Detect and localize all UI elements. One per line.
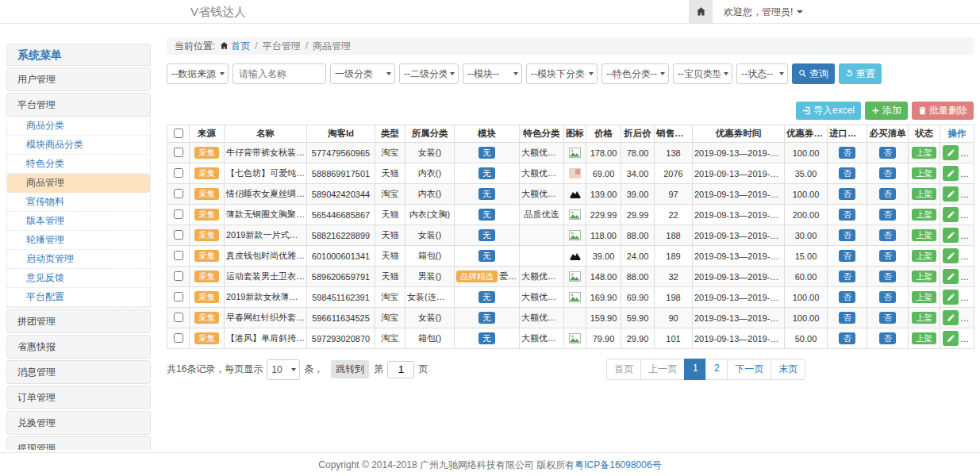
edit-button[interactable] (943, 166, 959, 181)
row-checkbox[interactable] (174, 313, 183, 322)
import-select-badge[interactable]: 否 (839, 250, 855, 263)
sidebar-item-商品管理[interactable]: 商品管理 (7, 174, 150, 193)
status-badge[interactable]: 上架 (912, 147, 936, 159)
sidebar-group-订单管理[interactable]: 订单管理 (6, 386, 151, 409)
status-badge[interactable]: 上架 (912, 188, 936, 201)
sidebar-item-商品分类[interactable]: 商品分类 (7, 117, 150, 136)
edit-button[interactable] (943, 290, 959, 305)
status-badge[interactable]: 上架 (912, 167, 936, 180)
edit-button[interactable] (943, 269, 959, 284)
sidebar-item-宣传物料[interactable]: 宣传物料 (7, 193, 150, 212)
sidebar-group-提现管理[interactable]: 提现管理 (6, 436, 151, 450)
sidebar-item-版本管理[interactable]: 版本管理 (7, 212, 150, 231)
import-select-cell: 否 (828, 308, 867, 328)
row-checkbox[interactable] (174, 292, 183, 301)
edit-button[interactable] (943, 228, 959, 243)
sidebar-group-平台管理[interactable]: 平台管理 (6, 93, 151, 117)
pager-上一页[interactable]: 上一页 (640, 359, 685, 380)
must-buy-badge[interactable]: 否 (879, 147, 896, 159)
row-checkbox[interactable] (174, 168, 183, 178)
breadcrumb-home-link[interactable]: 首页 (231, 40, 250, 52)
data-source-select[interactable]: --数据来源-- (167, 63, 229, 84)
status-badge[interactable]: 上架 (912, 229, 936, 242)
import-select-badge[interactable]: 否 (839, 229, 855, 242)
user-menu[interactable]: 欢迎您，管理员! (724, 6, 803, 19)
status-badge[interactable]: 上架 (912, 271, 936, 283)
import-select-badge[interactable]: 否 (839, 291, 855, 304)
sidebar-group-拼团管理[interactable]: 拼团管理 (6, 309, 151, 333)
row-checkbox[interactable] (174, 189, 183, 198)
edit-button[interactable] (943, 248, 959, 263)
import-select-badge[interactable]: 否 (839, 147, 855, 159)
pager-首页[interactable]: 首页 (606, 359, 641, 380)
must-buy-badge[interactable]: 否 (879, 271, 896, 283)
row-checkbox[interactable] (174, 148, 183, 157)
module-select[interactable]: --模块-- (463, 63, 522, 84)
sidebar-item-特色分类[interactable]: 特色分类 (7, 155, 150, 174)
reset-button[interactable]: 重置 (839, 63, 882, 84)
sidebar-group-消息管理[interactable]: 消息管理 (6, 360, 151, 384)
row-checkbox[interactable] (174, 333, 183, 343)
status-select[interactable]: --状态-- (736, 63, 788, 84)
must-buy-badge[interactable]: 否 (879, 250, 896, 263)
sidebar-item-平台配置[interactable]: 平台配置 (7, 288, 150, 307)
pager-下一页[interactable]: 下一页 (727, 359, 771, 380)
import-select-badge[interactable]: 否 (839, 167, 855, 180)
sidebar-item-意见反馈[interactable]: 意见反馈 (7, 269, 150, 288)
level2-category-select[interactable]: --二级分类-- (399, 63, 459, 84)
feature-category-select[interactable]: --特色分类-- (601, 63, 669, 84)
row-checkbox[interactable] (174, 251, 183, 260)
import-select-badge[interactable]: 否 (839, 209, 855, 221)
edit-button[interactable] (943, 207, 959, 222)
item-type-select[interactable]: --宝贝类型-- (673, 63, 732, 84)
level1-category-select[interactable]: 一级分类 (330, 63, 395, 84)
row-checkbox[interactable] (174, 230, 183, 240)
module-subcategory-select[interactable]: --模块下分类-- (526, 63, 598, 84)
status-badge[interactable]: 上架 (912, 312, 936, 324)
must-buy-badge[interactable]: 否 (879, 229, 896, 242)
import-select-badge[interactable]: 否 (839, 188, 855, 201)
edit-button[interactable] (943, 186, 959, 202)
must-buy-badge[interactable]: 否 (879, 209, 896, 221)
pager-末页[interactable]: 末页 (771, 359, 805, 380)
main-content: 当前位置:首页/平台管理/商品管理 --数据来源--一级分类--二级分类----… (167, 37, 974, 380)
sidebar-group-用户管理[interactable]: 用户管理 (6, 67, 151, 91)
status-badge[interactable]: 上架 (912, 209, 936, 221)
import-excel-button[interactable]: 导入excel (796, 102, 861, 120)
page-number-input[interactable] (387, 361, 414, 378)
row-select-cell (167, 143, 190, 163)
select-all-checkbox[interactable] (174, 129, 183, 138)
home-button[interactable] (689, 0, 713, 24)
import-select-badge[interactable]: 否 (839, 271, 855, 283)
edit-button[interactable] (943, 310, 959, 325)
must-buy-badge[interactable]: 否 (879, 332, 896, 345)
status-badge[interactable]: 上架 (912, 332, 936, 345)
import-select-badge[interactable]: 否 (839, 312, 855, 324)
icp-link[interactable]: 粤ICP备16098006号 (575, 459, 661, 470)
edit-button[interactable] (943, 145, 959, 160)
name-search-input[interactable] (233, 63, 326, 84)
sidebar-item-轮播管理[interactable]: 轮播管理 (7, 231, 150, 250)
sidebar-item-启动页管理[interactable]: 启动页管理 (7, 250, 150, 269)
must-buy-badge[interactable]: 否 (879, 291, 896, 304)
sidebar-item-模块商品分类[interactable]: 模块商品分类 (7, 136, 150, 155)
row-checkbox[interactable] (174, 271, 183, 281)
sidebar-group-兑换管理[interactable]: 兑换管理 (6, 411, 151, 435)
sidebar-group-省惠快报[interactable]: 省惠快报 (6, 335, 151, 359)
row-checkbox[interactable] (174, 209, 183, 219)
pager-1[interactable]: 1 (684, 359, 706, 380)
pager-2[interactable]: 2 (705, 359, 728, 380)
per-page-select[interactable]: 10 (267, 359, 300, 380)
must-buy-badge[interactable]: 否 (879, 167, 896, 180)
must-buy-badge[interactable]: 否 (879, 188, 896, 201)
must-buy-badge[interactable]: 否 (879, 312, 896, 324)
jump-button[interactable]: 跳转到 (331, 360, 369, 378)
import-select-badge[interactable]: 否 (839, 332, 855, 345)
search-button[interactable]: 查询 (792, 63, 835, 84)
status-badge[interactable]: 上架 (912, 291, 936, 304)
batch-delete-button[interactable]: 批量删除 (912, 102, 974, 120)
add-button[interactable]: 添加 (865, 102, 908, 120)
edit-button[interactable] (943, 331, 959, 346)
table-row: 采集2019新款女秋薄款...598451162391淘宝女装(连衣裙)无大额优… (167, 287, 974, 308)
status-badge[interactable]: 上架 (912, 250, 936, 263)
